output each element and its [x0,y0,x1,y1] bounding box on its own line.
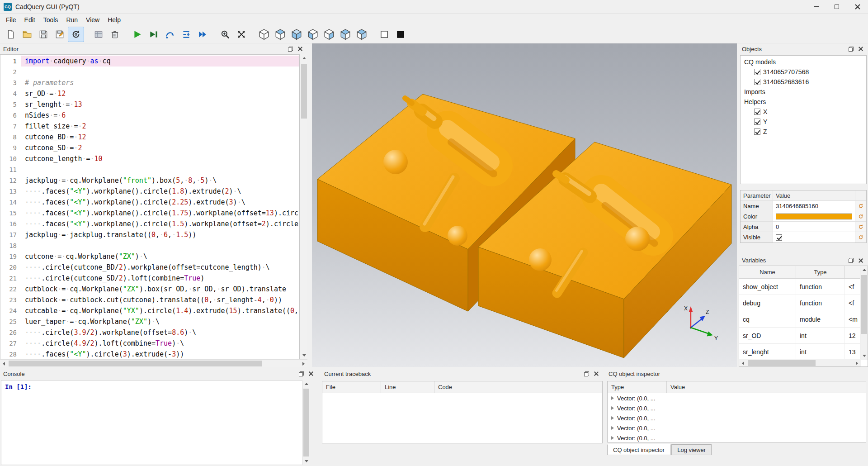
scroll-right-button[interactable] [853,359,861,367]
menu-run[interactable]: Run [62,15,82,25]
code-line[interactable] [21,164,299,175]
code-line[interactable]: import·cadquery·as·cq [21,56,299,67]
scroll-left-button[interactable] [739,359,747,367]
scroll-thumb[interactable] [303,389,309,456]
continue-button[interactable] [194,27,211,42]
scroll-right-button[interactable] [300,360,307,367]
menu-file[interactable]: File [2,15,20,25]
tab-cq-object-inspector[interactable]: CQ object inspector [607,444,670,455]
code-line[interactable]: ····.faces("<Y").workplane().circle(2.25… [21,197,299,208]
objects-float-button[interactable] [847,45,855,53]
editor-close-button[interactable] [296,45,304,53]
view-bottom-button[interactable] [288,27,305,42]
variable-row-sr_lenght[interactable]: sr_lenghtint13 [739,344,868,360]
variables-close-button[interactable] [857,257,865,265]
inspector-col-type[interactable]: Type [608,381,667,393]
autoreload-button[interactable] [68,27,84,42]
code-line[interactable]: cutcone_SD·=·2 [21,143,299,153]
reset-color-button[interactable] [855,211,866,221]
traceback-col-file[interactable]: File [322,381,381,393]
view-left-button[interactable] [337,27,354,42]
console-vscrollbar[interactable] [302,380,310,465]
objects-close-button[interactable] [857,45,865,53]
inspector-row[interactable]: Vector: (0.0, ... [608,393,866,403]
open-file-button[interactable] [19,27,35,42]
scroll-up-button[interactable] [860,266,868,274]
tree-item-helpers[interactable]: Helpers [741,97,866,107]
step-button[interactable] [162,27,178,42]
tree-item-3140652683616[interactable]: 3140652683616 [741,77,866,87]
tree-checkbox[interactable] [754,128,760,135]
code-line[interactable]: cutcone_BD·=·12 [21,132,299,143]
close-button[interactable] [847,0,868,14]
reset-alpha-button[interactable] [855,222,866,232]
3d-viewport[interactable]: X Z Y [312,43,737,367]
traceback-col-line[interactable]: Line [381,381,434,393]
variable-row-cq[interactable]: cqmodule<m [739,311,868,328]
traceback-col-code[interactable]: Code [434,381,602,393]
variable-row-show_object[interactable]: show_objectfunction<f [739,279,868,295]
code-line[interactable]: cutcable·=·cq.Workplane("YX").circle(1.4… [21,305,299,316]
menu-tools[interactable]: Tools [39,15,62,25]
menu-help[interactable]: Help [104,15,125,25]
inspector-row[interactable]: Vector: (0.0, ... [608,413,866,423]
view-top-button[interactable] [272,27,288,42]
variables-col-type[interactable]: Type [796,266,845,278]
save-as-button[interactable] [52,27,68,42]
inspector-row[interactable]: Vector: (0.0, ... [608,423,866,433]
code-line[interactable] [21,67,299,77]
traceback-float-button[interactable] [582,370,590,378]
code-line[interactable]: ····.circle(cutcone_SD/2).loft(combine=T… [21,273,299,284]
code-line[interactable]: cutcone·=·cq.Workplane("ZX")·\ [21,251,299,262]
view-front-button[interactable] [305,27,321,42]
code-line[interactable] [21,240,299,251]
property-alpha-value[interactable]: 0 [773,222,855,232]
tree-item-3140652707568[interactable]: 3140652707568 [741,67,866,77]
maximize-button[interactable] [826,0,847,14]
code-line[interactable]: ····.faces("<Y").circle(3).extrude(-3)) [21,349,299,359]
scroll-down-button[interactable] [302,457,310,465]
code-line[interactable]: jackplug·=·cq.Workplane("front").box(5,·… [21,175,299,186]
variables-hscrollbar[interactable] [739,359,861,366]
shaded-button[interactable] [392,27,409,42]
code-line[interactable]: # parameters [21,77,299,88]
reset-name-button[interactable] [855,201,866,211]
scroll-up-button[interactable] [300,54,308,62]
code-line[interactable]: ····.faces("<Y").workplane().circle(1.75… [21,208,299,219]
new-file-button[interactable] [3,27,19,42]
tree-checkbox[interactable] [754,109,760,115]
tree-checkbox[interactable] [754,79,760,85]
step-into-button[interactable] [178,27,194,42]
render-button[interactable] [129,27,146,42]
code-line[interactable]: jackplug·=·jackplug.translate((0,·6,·1.5… [21,229,299,240]
reset-visible-button[interactable] [855,232,866,243]
save-button[interactable] [35,27,52,42]
inspector-col-value[interactable]: Value [667,381,866,393]
editor-float-button[interactable] [286,45,294,53]
editor-vscrollbar[interactable] [300,54,307,359]
scroll-down-button[interactable] [300,352,308,359]
view-back-button[interactable] [321,27,337,42]
tree-item-y[interactable]: Y [741,117,866,127]
code-line[interactable]: sr_lenght·=·13 [21,99,299,110]
scroll-left-button[interactable] [0,360,8,367]
visible-checkbox[interactable] [776,234,782,241]
console-float-button[interactable] [297,370,305,378]
console-output[interactable]: In [1]: [1,380,310,465]
wireframe-button[interactable] [376,27,392,42]
menu-view[interactable]: View [82,15,104,25]
variables-vscrollbar[interactable] [860,266,868,360]
view-right-button[interactable] [354,27,370,42]
scroll-thumb[interactable] [301,64,307,119]
view-iso-button[interactable] [256,27,272,42]
debug-button[interactable] [146,27,162,42]
zoom-fit-button[interactable] [217,27,233,42]
scroll-down-button[interactable] [860,352,868,360]
scroll-thumb[interactable] [861,275,867,334]
tree-checkbox[interactable] [754,119,760,125]
minimize-button[interactable] [806,0,826,14]
code-line[interactable]: ····.circle(cutcone_BD/2).workplane(offs… [21,262,299,273]
delete-button[interactable] [107,27,123,42]
properties-col-parameter[interactable]: Parameter [741,190,773,200]
variables-col-name[interactable]: Name [739,266,796,278]
